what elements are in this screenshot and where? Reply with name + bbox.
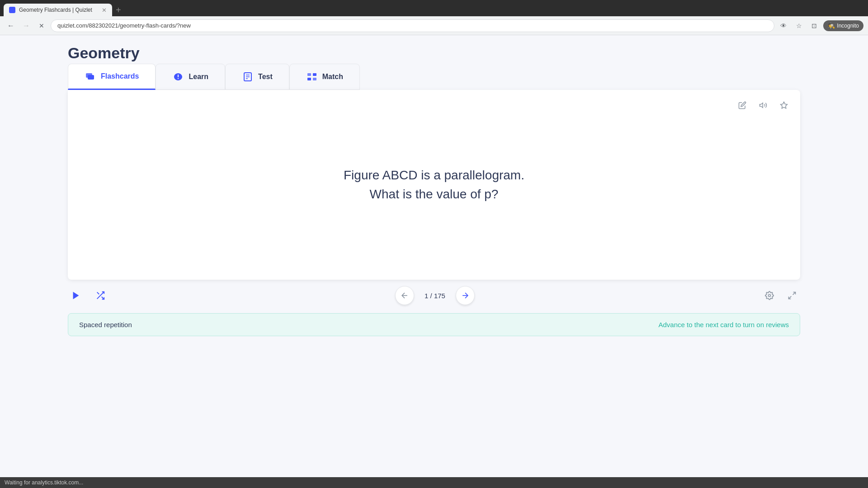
address-bar[interactable]: quizlet.com/882302021/geometry-flash-car… [51,19,774,32]
edit-button[interactable] [735,98,750,113]
spaced-rep-label: Spaced repetition [79,321,132,328]
svg-rect-7 [313,78,316,80]
shuffle-button[interactable] [92,287,108,304]
browser-tab-bar: Geometry Flashcards | Quizlet ✕ + [0,0,868,16]
star-button[interactable] [777,98,791,113]
controls-center: 1 / 175 [395,286,475,305]
svg-line-15 [97,292,99,295]
svg-rect-9 [313,73,316,76]
hide-icon-button[interactable]: 👁 [777,19,790,32]
fullscreen-button[interactable] [784,287,800,304]
spaced-rep-action[interactable]: Advance to the next card to turn on revi… [659,321,789,328]
back-button[interactable]: ← [5,19,17,32]
tab-match[interactable]: Match [289,64,360,90]
next-card-button[interactable] [456,286,475,305]
svg-marker-11 [781,102,788,108]
status-bar: Waiting for analytics.tiktok.com... [0,477,868,488]
flashcard-area[interactable]: Figure ABCD is a parallelogram. What is … [68,90,800,280]
card-controls: 1 / 175 [0,280,868,311]
incognito-button[interactable]: 🕵 Incognito [823,20,863,31]
svg-rect-6 [307,73,311,76]
learn-icon [172,71,184,83]
match-icon [306,71,318,83]
device-button[interactable]: ⊡ [808,19,821,32]
svg-point-18 [769,295,771,297]
tab-test[interactable]: Test [225,64,289,90]
prev-card-button[interactable] [395,286,414,305]
tab-favicon [9,7,15,13]
status-text: Waiting for analytics.tiktok.com... [5,479,83,486]
svg-rect-1 [88,75,94,80]
browser-nav-bar: ← → ✕ quizlet.com/882302021/geometry-fla… [0,16,868,35]
svg-marker-12 [73,292,79,300]
svg-marker-10 [760,103,763,108]
reload-button[interactable]: ✕ [35,19,48,32]
forward-button[interactable]: → [20,19,33,32]
svg-line-19 [793,292,796,295]
audio-button[interactable] [756,98,770,113]
tab-title: Geometry Flashcards | Quizlet [19,7,98,13]
tab-learn[interactable]: Learn [156,64,225,90]
card-counter: 1 / 175 [421,292,448,300]
card-content: Figure ABCD is a parallelogram. What is … [68,90,800,280]
browser-tab[interactable]: Geometry Flashcards | Quizlet ✕ [4,4,112,16]
new-tab-button[interactable]: + [112,4,125,16]
svg-rect-8 [307,78,311,80]
card-line1: Figure ABCD is a parallelogram. [344,166,524,185]
flashcards-icon [85,70,96,82]
controls-left [68,287,108,304]
mode-tabs: Flashcards Learn Test Match [0,64,868,90]
controls-right [761,287,800,304]
tab-close-icon[interactable]: ✕ [102,7,107,14]
card-action-buttons [735,98,791,113]
tab-flashcards[interactable]: Flashcards [68,64,156,90]
svg-line-20 [789,296,792,299]
spaced-rep-bar: Spaced repetition Advance to the next ca… [68,313,800,336]
bookmark-button[interactable]: ☆ [793,19,805,32]
page-header: Geometry [0,40,868,64]
page-title: Geometry [68,44,800,62]
incognito-icon: 🕵 [828,22,835,29]
page-content: Geometry Flashcards Learn Test Matc [0,35,868,336]
settings-button[interactable] [761,287,778,304]
test-icon [242,71,254,83]
nav-right-actions: 👁 ☆ ⊡ 🕵 Incognito [777,19,863,32]
play-button[interactable] [68,287,84,304]
card-line2: What is the value of p? [370,185,499,204]
